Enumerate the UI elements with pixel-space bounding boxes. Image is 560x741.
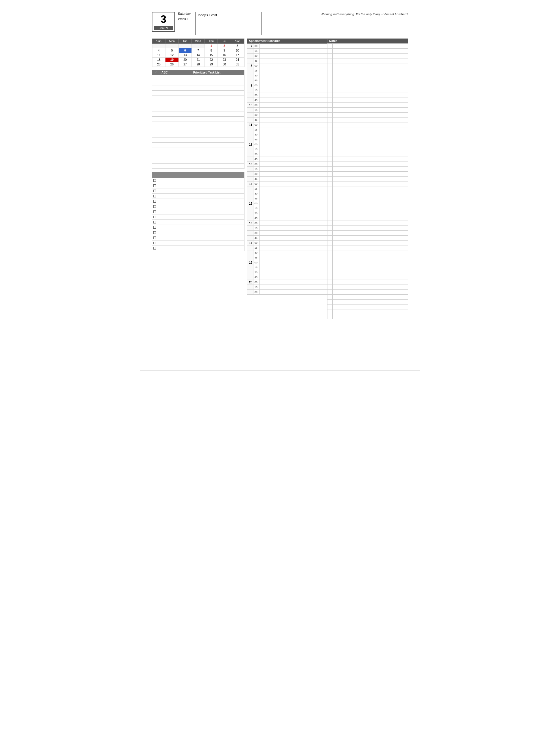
notes-text-cell[interactable]	[333, 162, 408, 167]
notes-text-cell[interactable]	[333, 157, 408, 162]
task-check-cell[interactable]	[152, 80, 158, 85]
task-check-cell[interactable]	[152, 101, 158, 106]
appt-event[interactable]	[260, 49, 327, 54]
appointment-row[interactable]: 15	[247, 88, 327, 93]
appt-event[interactable]	[260, 235, 327, 241]
notes-row[interactable]: ·	[327, 63, 408, 68]
task-abc-cell[interactable]	[158, 122, 168, 127]
appointment-row[interactable]: 13 00	[247, 162, 327, 167]
checklist-item[interactable]	[152, 235, 244, 241]
cal-cell[interactable]: 22	[205, 58, 218, 62]
notes-text-cell[interactable]	[333, 275, 408, 280]
appt-event[interactable]	[260, 54, 327, 59]
task-list-row[interactable]	[152, 75, 244, 80]
task-list-row[interactable]	[152, 158, 244, 163]
notes-text-cell[interactable]	[333, 127, 408, 132]
todays-event-box[interactable]: Today's Event	[195, 12, 262, 35]
checkbox-square[interactable]	[153, 226, 156, 229]
task-check-cell[interactable]	[152, 75, 158, 80]
task-text-cell[interactable]	[168, 85, 244, 90]
appointment-row[interactable]: 20 00	[247, 280, 327, 285]
cal-cell[interactable]: 2	[218, 44, 231, 48]
checklist-item[interactable]	[152, 209, 244, 214]
notes-text-cell[interactable]	[333, 299, 408, 305]
appt-event[interactable]	[260, 260, 327, 265]
task-list-row[interactable]	[152, 163, 244, 169]
notes-text-cell[interactable]	[333, 132, 408, 137]
notes-text-cell[interactable]	[333, 78, 408, 83]
appointment-row[interactable]: 30	[247, 152, 327, 157]
appointment-row[interactable]: 14 00	[247, 182, 327, 186]
task-text-cell[interactable]	[168, 75, 244, 80]
notes-text-cell[interactable]	[333, 93, 408, 98]
appointment-row[interactable]: 16 00	[247, 221, 327, 226]
task-check-cell[interactable]	[152, 95, 158, 101]
cal-cell[interactable]: 18	[152, 58, 165, 62]
notes-text-cell[interactable]	[333, 201, 408, 206]
task-check-cell[interactable]	[152, 85, 158, 90]
task-abc-cell[interactable]	[158, 127, 168, 132]
appt-event[interactable]	[260, 137, 327, 142]
notes-row[interactable]: ·	[327, 216, 408, 221]
notes-text-cell[interactable]	[333, 186, 408, 191]
appt-event[interactable]	[260, 93, 327, 98]
task-abc-cell[interactable]	[158, 163, 168, 169]
notes-row[interactable]: ·	[327, 108, 408, 113]
appointment-row[interactable]: 45	[247, 196, 327, 201]
task-abc-cell[interactable]	[158, 148, 168, 153]
appt-event[interactable]	[260, 250, 327, 255]
notes-text-cell[interactable]	[333, 147, 408, 152]
task-list-row[interactable]	[152, 95, 244, 101]
checkbox-square[interactable]	[153, 195, 156, 197]
appt-event[interactable]	[260, 231, 327, 235]
appt-event[interactable]	[260, 68, 327, 73]
task-text-cell[interactable]	[168, 80, 244, 85]
notes-text-cell[interactable]	[333, 221, 408, 226]
cal-cell[interactable]: 1	[205, 44, 218, 48]
notes-row[interactable]: ·	[327, 182, 408, 186]
cal-cell[interactable]: 6	[178, 48, 191, 53]
cal-cell[interactable]: 3	[231, 44, 244, 48]
appt-event[interactable]	[260, 211, 327, 216]
appt-event[interactable]	[260, 59, 327, 63]
task-list-row[interactable]	[152, 111, 244, 116]
notes-text-cell[interactable]	[333, 226, 408, 231]
notes-row[interactable]: ·	[327, 54, 408, 59]
cal-cell[interactable]: 7	[191, 48, 205, 53]
appointment-row[interactable]: 17 00	[247, 241, 327, 246]
notes-text-cell[interactable]	[333, 260, 408, 265]
appointment-row[interactable]: 30	[247, 93, 327, 98]
notes-row[interactable]: ·	[327, 280, 408, 285]
notes-text-cell[interactable]	[333, 54, 408, 59]
notes-text-cell[interactable]	[333, 241, 408, 246]
appt-event[interactable]	[260, 132, 327, 137]
notes-row[interactable]: ·	[327, 260, 408, 265]
notes-row[interactable]: ·	[327, 137, 408, 142]
task-abc-cell[interactable]	[158, 80, 168, 85]
appt-event[interactable]	[260, 280, 327, 285]
task-abc-cell[interactable]	[158, 142, 168, 148]
checklist-item[interactable]	[152, 194, 244, 199]
appt-event[interactable]	[260, 275, 327, 280]
appointment-row[interactable]: 45	[247, 98, 327, 103]
task-check-cell[interactable]	[152, 137, 158, 142]
task-abc-cell[interactable]	[158, 158, 168, 163]
cal-cell[interactable]: 14	[191, 53, 205, 58]
appt-event[interactable]	[260, 83, 327, 88]
appt-event[interactable]	[260, 162, 327, 167]
task-abc-cell[interactable]	[158, 132, 168, 137]
task-text-cell[interactable]	[168, 137, 244, 142]
appointment-row[interactable]: 15	[247, 49, 327, 54]
appt-event[interactable]	[260, 201, 327, 206]
task-abc-cell[interactable]	[158, 101, 168, 106]
appointment-row[interactable]: 15	[247, 285, 327, 290]
notes-text-cell[interactable]	[333, 255, 408, 260]
checkbox-square[interactable]	[153, 247, 156, 250]
notes-text-cell[interactable]	[333, 142, 408, 147]
appt-event[interactable]	[260, 290, 327, 295]
checklist-item[interactable]	[152, 220, 244, 225]
appointment-row[interactable]: 10 00	[247, 103, 327, 108]
task-check-cell[interactable]	[152, 158, 158, 163]
notes-row[interactable]: ·	[327, 255, 408, 260]
cal-cell[interactable]: 15	[205, 53, 218, 58]
